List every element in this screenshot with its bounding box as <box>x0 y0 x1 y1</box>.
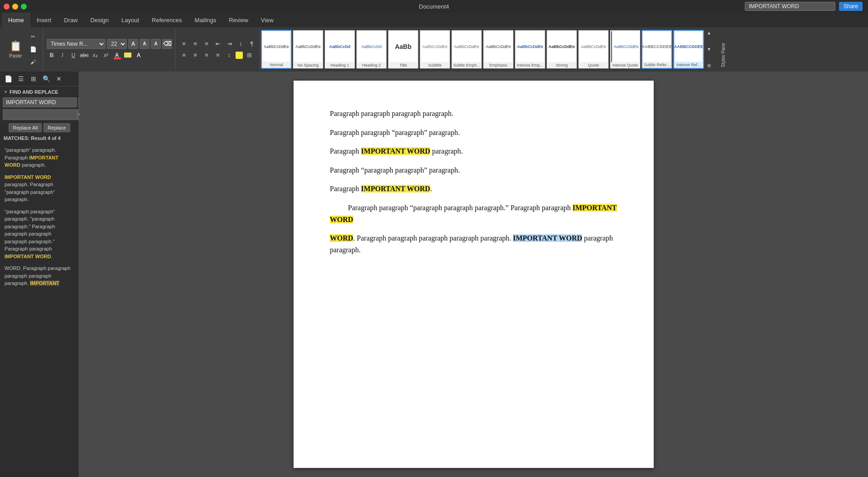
doc-para-7: WORD. Paragraph paragraph paragraph para… <box>330 232 617 255</box>
search-results[interactable]: "paragraph" paragraph. Paragraph IMPORTA… <box>0 143 79 477</box>
style-intense-emphasis-preview: AaBbCcDdEe <box>516 31 544 62</box>
justify-button[interactable]: ≡ <box>213 50 223 60</box>
search-result-3[interactable]: "paragraph paragraph" paragraph. "paragr… <box>2 206 77 262</box>
highlight-3: IMPORTANT WORD <box>330 204 617 223</box>
style-title-label: Title <box>400 63 407 67</box>
tab-mailings[interactable]: Mailings <box>188 13 223 27</box>
align-center-button[interactable]: ≡ <box>190 50 200 60</box>
font-size-select[interactable]: 22 <box>107 39 127 49</box>
style-title[interactable]: AaBb Title <box>388 30 419 69</box>
sort-button[interactable]: ↕ <box>236 39 246 49</box>
ribbon-tabs: Home Insert Draw Design Layout Reference… <box>0 13 868 27</box>
style-intense-quote[interactable]: AaBbCcDdEe Intense Quote <box>610 30 641 69</box>
tab-layout[interactable]: Layout <box>115 13 145 27</box>
numbering-button[interactable]: ≡ <box>190 39 200 49</box>
find-input-row: ⚙ Find <box>0 96 79 108</box>
highlight-3b: WORD <box>330 234 353 242</box>
font-grow-button[interactable]: A <box>128 39 138 49</box>
search-result-1[interactable]: "paragraph" paragraph. Paragraph IMPORTA… <box>2 145 77 171</box>
bullets-button[interactable]: ≡ <box>179 39 189 49</box>
multilevel-button[interactable]: ≡ <box>202 39 212 49</box>
left-panel: 📄 ☰ ⊞ 🔍 ✕ ▼ FIND AND REPLACE ⚙ Find ▼ Re… <box>0 72 79 477</box>
font-color-button2[interactable]: A <box>134 50 144 60</box>
styles-pane-button[interactable]: Styles Pane <box>714 30 732 69</box>
subscript-button[interactable]: x₂ <box>90 50 100 60</box>
search-result-4[interactable]: WORD. Paragraph paragraph paragraph para… <box>2 263 77 289</box>
style-normal-preview: AaBbCcDdEe <box>263 32 290 62</box>
font-format-button[interactable]: A <box>151 39 161 49</box>
style-subtle-reference-preview: AaBbCcDdEe <box>643 32 670 62</box>
tab-references[interactable]: References <box>145 13 188 27</box>
replace-input[interactable] <box>3 109 77 120</box>
find-input[interactable] <box>3 97 77 107</box>
doc-para-6: Paragraph paragraph “paragraph paragraph… <box>330 202 617 225</box>
italic-button[interactable]: I <box>58 50 68 60</box>
tab-insert[interactable]: Insert <box>30 13 58 27</box>
highlight-color-button[interactable]: ab <box>123 50 133 60</box>
style-no-spacing-label: No Spacing <box>298 63 319 67</box>
style-quote[interactable]: AaBbCcDdEe Quote <box>578 30 609 69</box>
gallery-scroll-button[interactable]: ▲ ▼ ⊞ <box>705 30 713 69</box>
tab-home[interactable]: Home <box>2 13 30 27</box>
list-button[interactable]: ☰ <box>15 73 26 84</box>
superscript-button[interactable]: x² <box>101 50 111 60</box>
show-formatting-button[interactable]: ¶ <box>247 39 257 49</box>
replace-buttons: Replace All Replace <box>0 122 79 134</box>
tab-view[interactable]: View <box>255 13 280 27</box>
font-shrink-button[interactable]: A <box>140 39 149 49</box>
cut-button[interactable]: ✂ <box>26 31 40 43</box>
template-button[interactable]: ⊞ <box>28 73 39 84</box>
replace-all-button[interactable]: Replace All <box>9 123 42 132</box>
text-color-button[interactable]: A <box>112 50 122 60</box>
tab-review[interactable]: Review <box>222 13 255 27</box>
align-right-button[interactable]: ≡ <box>202 50 212 60</box>
style-subtle-emphasis[interactable]: AaBbCcDdEe Subtle Emph... <box>451 30 482 69</box>
close-button[interactable] <box>4 4 10 10</box>
title-search-input[interactable] <box>745 2 835 11</box>
borders-button[interactable]: ⊞ <box>244 50 254 60</box>
underline-button[interactable]: U <box>68 50 78 60</box>
tab-draw[interactable]: Draw <box>58 13 84 27</box>
replace-button[interactable]: Replace <box>43 123 70 132</box>
shading-button[interactable] <box>236 52 243 59</box>
copy-button[interactable]: 📄 <box>26 43 40 55</box>
search-result-2[interactable]: IMPORTANT WORD paragraph. Paragraph "par… <box>2 172 77 205</box>
ribbon-content: 📋 Paste ✂ 📄 🖌 Times New R... 22 A A A <box>0 27 868 72</box>
line-spacing-button[interactable]: ↕ <box>224 50 234 60</box>
maximize-button[interactable] <box>21 4 27 10</box>
style-emphasis[interactable]: AaBbCcDdEe Emphasis <box>483 30 514 69</box>
paste-button[interactable]: 📋 Paste <box>5 39 25 60</box>
style-normal[interactable]: AaBbCcDdEe Normal <box>261 30 292 69</box>
style-intense-reference[interactable]: AaBbCcDdEe Intense Ref... <box>673 30 704 69</box>
bold-button[interactable]: B <box>47 50 57 60</box>
style-heading1[interactable]: AaBbCcDd Heading 1 <box>324 30 355 69</box>
increase-indent-button[interactable]: ⇥ <box>224 39 234 49</box>
style-intense-emphasis[interactable]: AaBbCcDdEe Intense Emp... <box>515 30 545 69</box>
style-heading2[interactable]: AaBbCcDd Heading 2 <box>356 30 387 69</box>
style-heading1-label: Heading 1 <box>330 63 349 67</box>
style-subtle-reference[interactable]: AaBbCcDdEe Subtle Refer... <box>641 30 672 69</box>
style-heading2-preview: AaBbCcDd <box>357 31 386 62</box>
find-replace-title: FIND AND REPLACE <box>10 89 58 95</box>
document-title: Document4 <box>419 3 449 10</box>
style-title-preview: AaBb <box>389 31 417 62</box>
window-controls[interactable] <box>4 4 27 10</box>
decrease-indent-button[interactable]: ⇤ <box>213 39 223 49</box>
align-left-button[interactable]: ≡ <box>179 50 189 60</box>
close-panel-button[interactable]: ✕ <box>53 73 64 84</box>
document-area[interactable]: Paragraph paragraph paragraph paragraph.… <box>79 72 868 477</box>
strikethrough-button[interactable]: abc <box>79 50 89 60</box>
style-no-spacing[interactable]: AaBbCcDdEe No Spacing <box>293 30 323 69</box>
clear-format-button[interactable]: ⌫ <box>162 39 172 49</box>
font-name-select[interactable]: Times New R... <box>47 39 106 49</box>
search-panel-button[interactable]: 🔍 <box>41 73 52 84</box>
new-doc-button[interactable]: 📄 <box>3 73 14 84</box>
tab-design[interactable]: Design <box>84 13 115 27</box>
matches-info: MATCHES: Result 4 of 4 <box>0 134 79 143</box>
minimize-button[interactable] <box>12 4 18 10</box>
share-button[interactable]: Share <box>839 2 863 11</box>
style-normal-label: Normal <box>270 63 283 67</box>
format-painter-button[interactable]: 🖌 <box>26 56 40 68</box>
style-subtitle[interactable]: AaBbCcDdEe Subtitle <box>420 30 450 69</box>
style-strong[interactable]: AaBbCcDdEe Strong <box>546 30 577 69</box>
